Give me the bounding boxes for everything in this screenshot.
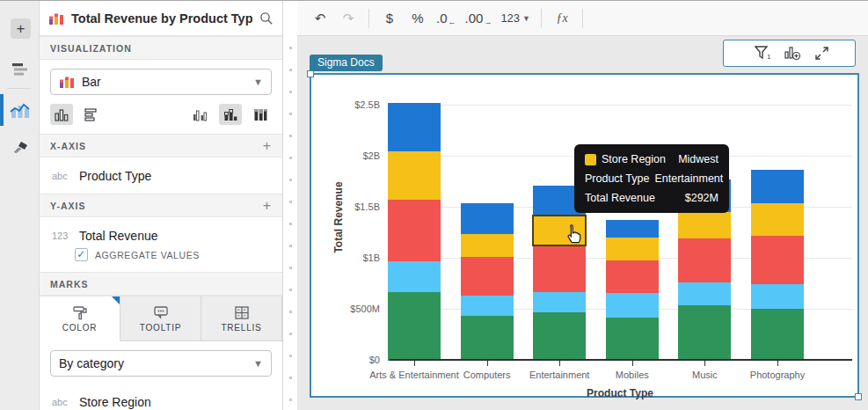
- formula-bar-button[interactable]: ƒx: [550, 6, 574, 31]
- bar-segment[interactable]: [751, 170, 804, 203]
- x-axis-title: Product Type: [388, 387, 852, 399]
- maximize-icon[interactable]: [814, 46, 829, 61]
- stacked-bars-button[interactable]: [219, 104, 242, 125]
- decimal-label: .00: [465, 11, 484, 26]
- decrease-decimal-button[interactable]: .0 ←: [434, 6, 459, 31]
- x-axis-tick: [632, 361, 633, 366]
- aggregate-values-row: ✓ AGGREGATE VALUES: [40, 248, 282, 272]
- bar-segment[interactable]: [388, 151, 441, 200]
- x-axis-line: [390, 359, 852, 361]
- bar-segment[interactable]: [461, 257, 514, 296]
- tab-tooltip[interactable]: TOOLTIP: [120, 297, 201, 341]
- color-by-select[interactable]: By category ▼: [50, 350, 272, 377]
- workbook-canvas[interactable]: 1 Sigma Docs Total Revenue $0$500M$1B$1.…: [297, 36, 868, 410]
- horizontal-bars-button[interactable]: [80, 104, 103, 125]
- formatting-toolbar: ↶ ↷ $ % .0 ← .00 → 123 ▼ ƒx: [297, 1, 868, 36]
- toolbar-separator: [541, 9, 542, 28]
- vertical-bars-button[interactable]: [50, 104, 73, 125]
- bar-segment[interactable]: [388, 200, 441, 262]
- page-outline-button[interactable]: [0, 52, 40, 87]
- section-label: X-AXIS: [50, 141, 86, 151]
- field-name: Product Type: [79, 169, 151, 183]
- grouped-bars-button[interactable]: [189, 104, 212, 125]
- bar-segment[interactable]: [606, 318, 659, 361]
- y-axis-tick-label: $2.5B: [311, 99, 380, 110]
- bar-segment[interactable]: [461, 203, 514, 234]
- color-field[interactable]: abc Store Region: [40, 384, 282, 410]
- redo-button[interactable]: ↷: [336, 6, 361, 31]
- viz-type-select[interactable]: Bar ▼: [50, 69, 272, 95]
- increase-decimal-button[interactable]: .00 →: [463, 6, 495, 31]
- bar-segment[interactable]: [751, 284, 804, 309]
- tab-color[interactable]: COLOR: [40, 297, 120, 341]
- currency-format-button[interactable]: $: [377, 6, 402, 31]
- bar-segment[interactable]: [606, 220, 659, 238]
- field-name: Store Region: [79, 395, 151, 409]
- y-axis-field[interactable]: 123 Total Revenue: [40, 217, 282, 248]
- aggregate-checkbox[interactable]: ✓: [75, 248, 88, 261]
- tab-label: COLOR: [62, 323, 98, 333]
- bar-segment[interactable]: [461, 296, 514, 316]
- data-source-badge[interactable]: Sigma Docs: [310, 55, 383, 71]
- bar-segment[interactable]: [388, 103, 441, 152]
- chart-element[interactable]: Total Revenue $0$500M$1B$1.5B$2B$2.5B Pr…: [310, 73, 859, 398]
- left-icon-rail: +: [0, 1, 40, 410]
- add-element-button[interactable]: +: [11, 18, 31, 39]
- element-title: Total Revenue by Product Type a…: [71, 11, 252, 26]
- y-axis-tick-label: $0: [311, 355, 380, 365]
- section-marks: MARKS: [40, 272, 282, 296]
- tooltip-row: Store Region Midwest: [585, 153, 718, 165]
- bar-segment[interactable]: [751, 203, 804, 236]
- bar-segment[interactable]: [606, 293, 659, 318]
- bar-segment[interactable]: [678, 238, 731, 282]
- add-y-column-button[interactable]: +: [263, 198, 272, 214]
- trellis-grid-icon: [234, 305, 250, 320]
- selection-handle[interactable]: [307, 70, 314, 77]
- format-panel-button[interactable]: [0, 131, 40, 166]
- hand-cursor-icon: [564, 223, 583, 245]
- add-x-column-button[interactable]: +: [263, 138, 272, 154]
- bar-segment[interactable]: [606, 238, 659, 261]
- bar-segment[interactable]: [606, 260, 659, 293]
- toolbar-separator: [368, 9, 369, 28]
- tooltip-row: Total Revenue $292M: [585, 192, 718, 204]
- marks-tabs: COLOR TOOLTIP TRELLIS: [40, 296, 282, 341]
- bar-segment[interactable]: [461, 234, 514, 257]
- tooltip-value: $292M: [685, 192, 718, 204]
- visualization-panel-button[interactable]: [0, 92, 40, 128]
- filter-icon[interactable]: 1: [755, 46, 771, 61]
- undo-button[interactable]: ↶: [308, 6, 332, 31]
- x-axis-field[interactable]: abc Product Type: [40, 157, 282, 194]
- add-child-chart-icon[interactable]: [784, 46, 801, 61]
- percent-stacked-bars-button[interactable]: [249, 104, 272, 125]
- number-type-icon: 123: [52, 231, 71, 241]
- tab-trellis[interactable]: TRELLIS: [201, 297, 282, 341]
- x-axis-tick: [704, 361, 705, 366]
- bar-segment[interactable]: [533, 292, 586, 312]
- percent-format-button[interactable]: %: [405, 6, 430, 31]
- bar-segment[interactable]: [751, 309, 804, 361]
- section-x-axis: X-AXIS +: [40, 134, 282, 157]
- search-icon[interactable]: [259, 11, 274, 26]
- bar-segment[interactable]: [678, 282, 731, 305]
- bar-segment[interactable]: [533, 312, 586, 361]
- bar-segment[interactable]: [678, 305, 731, 361]
- more-options-icon[interactable]: [842, 47, 845, 60]
- left-arrow-icon: ←: [449, 18, 456, 26]
- hover-tooltip: Store Region Midwest Product Type Entert…: [574, 144, 729, 213]
- selection-handle[interactable]: [855, 393, 862, 400]
- bar-segment[interactable]: [678, 212, 731, 238]
- section-label: VISUALIZATION: [50, 43, 132, 54]
- bar-segment[interactable]: [388, 261, 441, 292]
- panel-resize-handle[interactable]: [283, 1, 297, 410]
- bar-segment[interactable]: [533, 245, 586, 292]
- drag-handle-icon[interactable]: [733, 47, 741, 60]
- bar-segment[interactable]: [751, 236, 804, 284]
- bar-segment[interactable]: [461, 316, 514, 361]
- tooltip-value: Midwest: [678, 153, 718, 165]
- chevron-down-icon: ▼: [253, 358, 263, 369]
- bar-segment[interactable]: [388, 292, 441, 361]
- number-format-menu[interactable]: 123 ▼: [498, 6, 533, 31]
- paintbrush-icon: [11, 139, 30, 158]
- chart-icon: [10, 101, 31, 119]
